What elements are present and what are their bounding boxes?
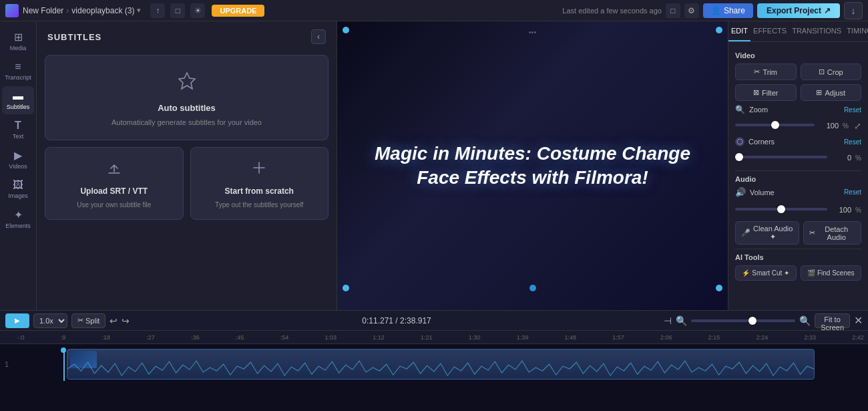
volume-reset[interactable]: Reset: [844, 188, 861, 196]
play-button[interactable]: ▶: [5, 313, 29, 328]
zoom-slider[interactable]: [735, 124, 815, 126]
subtitles-panel: SUBTITLES ‹ Auto subtitles Automatically…: [37, 21, 337, 310]
corners-slider-container: [735, 149, 827, 161]
tab-timing[interactable]: TIMING: [844, 21, 868, 41]
find-scenes-label: Find Scenes: [817, 269, 855, 277]
upgrade-button[interactable]: UPGRADE: [212, 5, 264, 17]
zoom-pct: %: [843, 122, 849, 130]
magic-icon[interactable]: ☀: [190, 3, 205, 18]
collapse-panel-button[interactable]: ‹: [311, 29, 326, 44]
ruler-mark: :27: [146, 334, 155, 341]
track-number: 1: [0, 361, 13, 368]
video-more-options[interactable]: •••: [526, 27, 539, 37]
settings-icon[interactable]: ⚙: [684, 3, 699, 18]
video-section-label: Video: [735, 51, 861, 59]
handle-bottom-left[interactable]: [343, 285, 349, 291]
sidebar-item-media[interactable]: ⊞ Media: [2, 27, 34, 55]
right-panel: EDIT EFFECTS TRANSITIONS TIMING Video ✂ …: [728, 21, 868, 310]
ai-btn-row: ⚡ Smart Cut ✦ 🎬 Find Scenes: [735, 265, 861, 281]
sidebar-item-videos[interactable]: ▶ Videos: [2, 145, 34, 174]
corners-slider[interactable]: [735, 156, 827, 158]
monitor-icon[interactable]: □: [170, 3, 185, 18]
ruler-mark: 2:42: [852, 334, 864, 341]
smart-cut-label: Smart Cut ✦: [752, 269, 789, 277]
find-scenes-icon: 🎬: [807, 269, 815, 277]
present-icon[interactable]: □: [666, 3, 680, 18]
timeline-zoom-slider[interactable]: [691, 319, 796, 322]
detach-audio-button[interactable]: ✂ Detach Audio: [803, 221, 861, 245]
sidebar-item-transcript[interactable]: ≡ Transcript: [2, 57, 34, 85]
subtitles-icon: ▬: [13, 90, 23, 102]
subtitles-content: Auto subtitles Automatically generate su…: [37, 49, 337, 225]
timeline-skip-start[interactable]: ⊣: [664, 315, 672, 326]
timeline-zoom-out[interactable]: 🔍: [676, 315, 687, 326]
sidebar-item-subtitles[interactable]: ▬ Subtitles: [2, 86, 34, 114]
media-icon: ⊞: [14, 31, 23, 43]
share-button[interactable]: 👤 Share: [703, 3, 753, 18]
export-button[interactable]: Export Project ↗: [757, 3, 840, 18]
timeline-zoom-in[interactable]: 🔍: [799, 315, 811, 326]
sidebar-item-images[interactable]: 🖼 Images: [2, 175, 34, 203]
tab-effects[interactable]: EFFECTS: [750, 21, 789, 41]
time-separator: /: [395, 316, 397, 325]
crop-icon: ⊡: [819, 67, 825, 76]
ai-tools-label: AI Tools: [735, 253, 861, 261]
find-scenes-button[interactable]: 🎬 Find Scenes: [801, 265, 862, 281]
project-name[interactable]: videoplayback (3): [71, 6, 134, 15]
handle-bottom-center[interactable]: [529, 285, 536, 291]
upload-icon: [105, 158, 124, 181]
dropdown-arrow[interactable]: ▾: [137, 6, 141, 15]
smart-cut-button[interactable]: ⚡ Smart Cut ✦: [735, 265, 797, 281]
sidebar-item-text[interactable]: T Text: [2, 116, 34, 144]
timeline-area: -:0 :9 :18 :27 :36 :45 :54 1:03 1:12 1:2…: [0, 330, 868, 411]
adjust-button[interactable]: ⊞ Adjust: [801, 84, 862, 101]
filter-button[interactable]: ⊠ Filter: [735, 84, 797, 101]
handle-bottom-right[interactable]: [716, 285, 722, 291]
tab-transitions[interactable]: TRANSITIONS: [789, 21, 844, 41]
tab-edit[interactable]: EDIT: [728, 21, 750, 41]
handle-top-right[interactable]: [716, 27, 722, 33]
corners-row: Corners Reset: [735, 137, 861, 146]
bottom-bar: ▶ 1.0x 0.5x 1.5x 2.0x ✂ Split ↩ ↪ 0:11.2…: [0, 310, 868, 330]
speed-select[interactable]: 1.0x 0.5x 1.5x 2.0x: [33, 313, 67, 328]
corners-toggle[interactable]: [735, 137, 744, 146]
video-preview: ••• Magic in Minutes: Costume Change Fac…: [337, 21, 728, 310]
upload-srt-desc: Use your own subtitle file: [77, 201, 151, 209]
close-timeline-button[interactable]: ✕: [854, 314, 863, 327]
crop-button[interactable]: ⊡ Crop: [801, 63, 862, 80]
clean-audio-icon: 🎤: [741, 229, 750, 237]
images-icon: 🖼: [13, 179, 23, 191]
handle-top-left[interactable]: [343, 27, 349, 33]
auto-subtitle-card[interactable]: Auto subtitles Automatically generate su…: [45, 55, 329, 140]
ruler-mark: :18: [102, 334, 111, 341]
undo-button[interactable]: ↩: [110, 315, 118, 326]
waveform: [67, 359, 814, 379]
auto-subtitle-icon: [175, 69, 199, 98]
right-tabs: EDIT EFFECTS TRANSITIONS TIMING: [728, 21, 868, 42]
ruler-mark: 1:57: [612, 334, 624, 341]
video-btn-row-1: ✂ Trim ⊡ Crop: [735, 63, 861, 80]
volume-slider[interactable]: [735, 208, 827, 211]
sidebar-label-transcript: Transcript: [5, 74, 31, 81]
track-content: [13, 348, 868, 381]
sidebar-item-elements[interactable]: ✦ Elements: [2, 204, 34, 233]
upload-icon[interactable]: ↑: [150, 3, 165, 18]
volume-label: Volume: [750, 188, 840, 196]
folder-name[interactable]: New Folder: [23, 6, 63, 15]
upload-srt-card[interactable]: Upload SRT / VTT Use your own subtitle f…: [45, 147, 184, 220]
redo-button[interactable]: ↪: [122, 315, 130, 326]
start-scratch-card[interactable]: Start from scratch Type out the subtitle…: [190, 147, 329, 220]
split-button[interactable]: ✂ Split: [71, 313, 105, 328]
download-button[interactable]: ↓: [844, 2, 863, 19]
clean-audio-button[interactable]: 🎤 Clean Audio ✦: [735, 221, 799, 245]
track-clip[interactable]: [67, 349, 815, 380]
ruler-mark: 1:21: [421, 334, 433, 341]
fit-to-screen-button[interactable]: Fit to Screen: [815, 313, 850, 328]
zoom-reset[interactable]: Reset: [844, 106, 861, 114]
auto-subtitle-desc: Automatically generate subtitles for you…: [112, 118, 262, 126]
corners-reset[interactable]: Reset: [844, 138, 861, 146]
trim-button[interactable]: ✂ Trim: [735, 63, 797, 80]
ruler-mark: 1:30: [469, 334, 481, 341]
ruler-mark: 2:06: [660, 334, 672, 341]
zoom-fullscreen-icon[interactable]: ⤢: [854, 121, 861, 131]
